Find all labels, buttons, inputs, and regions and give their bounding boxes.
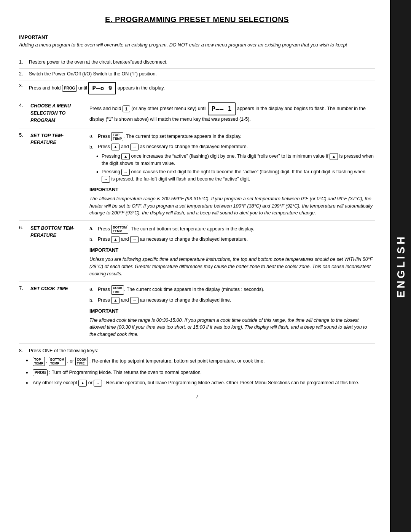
step-4-num: 4. xyxy=(19,99,30,128)
step-5-title: SET TOP TEM-PERATURE xyxy=(30,128,89,220)
step-7a: a. Press COOKTIME. The current cook time… xyxy=(89,285,375,294)
step-8-bullet-3: • Any other key except ▲ or → : Resume o… xyxy=(26,379,375,387)
right-arrow-8: → xyxy=(94,380,102,387)
step-6b: b. Press ▲ and → as necessary to change … xyxy=(89,236,375,243)
step-7-important-text: The allowed cook time range is 00:30-15:… xyxy=(89,317,375,338)
step-7b-label: b. xyxy=(89,297,98,304)
step-6b-text: Press ▲ and → as necessary to change the… xyxy=(98,236,375,243)
step-7a-text: Press COOKTIME. The current cook time ap… xyxy=(98,285,375,294)
step-7-important-label: IMPORTANT xyxy=(89,307,375,315)
step-4-title: CHOOSE A MENUSELECTION TOPROGRAM xyxy=(30,99,89,128)
step-6-important-label: IMPORTANT xyxy=(89,246,375,254)
step-5-important-label: IMPORTANT xyxy=(89,186,375,194)
pro9-display: P–o 9 xyxy=(88,82,116,95)
step-7-content: a. Press COOKTIME. The current cook time… xyxy=(89,281,375,342)
up-arrow-inline2: ▲ xyxy=(330,153,338,160)
step-2-text: Switch the Power On/Off (I/O) Switch to … xyxy=(29,70,375,78)
right-arrow-key-6b: → xyxy=(130,236,139,243)
step-3-row: 3. Press and hold PROG until P–o 9 appea… xyxy=(19,82,375,95)
step-8-bullets: • TOPTEMP , BOTTOMTEMP , or COOKTIME : R… xyxy=(26,357,375,387)
step-1-num: 1. xyxy=(19,58,29,66)
bullet-content-8-2: PROG : Turn off Programming Mode. This r… xyxy=(33,369,375,376)
step-6-row: 6. SET BOTTOM TEM-PERATURE a. Press BOTT… xyxy=(19,221,375,281)
step-3-text: Press and hold PROG until P–o 9 appears … xyxy=(29,82,375,95)
main-content: E. PROGRAMMING PRESET MENU SELECTIONS IM… xyxy=(0,0,391,532)
step-6-important: IMPORTANT Unless you are following speci… xyxy=(89,246,375,277)
bottom-temp-key-8: BOTTOMTEMP xyxy=(49,357,66,366)
bullet-dot-2: • xyxy=(96,168,102,176)
right-arrow-key-5b: → xyxy=(130,144,139,150)
up-arrow-8: ▲ xyxy=(78,380,87,387)
step-2-row: 2. Switch the Power On/Off (I/O) Switch … xyxy=(19,70,375,78)
bullet-dot-8-1: • xyxy=(26,357,33,364)
page-title: E. PROGRAMMING PRESET MENU SELECTIONS xyxy=(19,15,375,24)
step-5b-text: Press ▲ and → as necessary to change the… xyxy=(98,143,375,150)
step-8-num: 8. xyxy=(19,347,29,355)
page-wrapper: E. PROGRAMMING PRESET MENU SELECTIONS IM… xyxy=(0,0,411,532)
step-6-title: SET BOTTOM TEM-PERATURE xyxy=(30,221,89,281)
top-temp-key-8: TOPTEMP xyxy=(33,357,45,366)
bullet-dot-1: • xyxy=(96,153,102,160)
step-5-bullet2: • Pressing → once causes the next digit … xyxy=(96,168,375,183)
step-8-bullet-1: • TOPTEMP , BOTTOMTEMP , or COOKTIME : R… xyxy=(26,357,375,366)
step-1-row: 1. Restore power to the oven at the circ… xyxy=(19,58,375,66)
important-top-text: Adding a menu program to the oven will o… xyxy=(19,42,375,49)
step-5-num: 5. xyxy=(19,128,30,220)
sidebar: ENGLISH xyxy=(391,0,411,532)
step-4-content: Press and hold 1 (or any other preset me… xyxy=(89,99,375,128)
up-arrow-key-6b: ▲ xyxy=(111,236,119,243)
step-6-num: 6. xyxy=(19,221,30,281)
step-5a: a. Press TOPTEMP. The current top set te… xyxy=(89,132,375,141)
step-7b-text: Press ▲ and → as necessary to change the… xyxy=(98,297,375,304)
step-7-num: 7. xyxy=(19,281,30,342)
bullet-text-1: Pressing ▲ once increases the “active” (… xyxy=(102,153,375,167)
step-5b-label: b. xyxy=(89,143,98,151)
steps-table: 4. CHOOSE A MENUSELECTION TOPROGRAM Pres… xyxy=(19,99,375,342)
up-arrow-key-7b: ▲ xyxy=(111,297,119,304)
page-number: 7 xyxy=(19,394,375,399)
important-top-box: IMPORTANT Adding a menu program to the o… xyxy=(19,31,375,52)
step-3-num: 3. xyxy=(19,82,29,89)
step-1-text: Restore power to the oven at the circuit… xyxy=(29,58,375,66)
important-top-label: IMPORTANT xyxy=(19,34,375,40)
up-arrow-key-5b: ▲ xyxy=(111,144,119,150)
bullet-text-2: Pressing → once causes the next digit to… xyxy=(102,168,375,183)
step-7-important: IMPORTANT The allowed cook time range is… xyxy=(89,307,375,338)
step-5-bullet1: • Pressing ▲ once increases the “active”… xyxy=(96,153,375,167)
key-1: 1 xyxy=(123,105,130,112)
step-5a-text: Press TOPTEMP. The current top set tempe… xyxy=(98,132,375,141)
bullet-content-8-1: TOPTEMP , BOTTOMTEMP , or COOKTIME : Re-… xyxy=(33,357,375,366)
step-7-title: SET COOK TIME xyxy=(30,281,89,342)
step-5-content: a. Press TOPTEMP. The current top set te… xyxy=(89,128,375,220)
right-arrow-key-7b: → xyxy=(130,297,139,304)
step-7a-label: a. xyxy=(89,285,98,293)
step-6-content: a. Press BOTTOMTEMP. The current bottom … xyxy=(89,221,375,281)
step-6-important-text: Unless you are following specific time a… xyxy=(89,256,375,277)
step-6a-label: a. xyxy=(89,225,98,232)
bullet-content-8-3: Any other key except ▲ or → : Resume ope… xyxy=(33,379,375,387)
step-6b-label: b. xyxy=(89,236,98,243)
top-temp-key: TOPTEMP xyxy=(111,132,123,141)
step-8-header: 8. Press ONE of the following keys: xyxy=(19,347,375,355)
bullet-dot-8-3: • xyxy=(26,379,33,387)
step-8-text: Press ONE of the following keys: xyxy=(29,347,375,355)
right-arrow-inline2: → xyxy=(102,176,110,183)
prog-key-8: PROG xyxy=(33,369,48,376)
bottom-temp-key: BOTTOMTEMP xyxy=(111,225,128,234)
step-6a: a. Press BOTTOMTEMP. The current bottom … xyxy=(89,225,375,234)
sidebar-text: ENGLISH xyxy=(395,234,407,297)
up-arrow-inline1: ▲ xyxy=(121,153,130,160)
step-8-bullet-2: • PROG : Turn off Programming Mode. This… xyxy=(26,369,375,376)
step-5-important: IMPORTANT The allowed temperature range … xyxy=(89,186,375,217)
step-5-row: 5. SET TOP TEM-PERATURE a. Press TOPTEMP… xyxy=(19,128,375,220)
p-dash-display: P–– 1 xyxy=(208,102,236,115)
cook-time-key-8: COOKTIME xyxy=(75,357,88,366)
step-5a-label: a. xyxy=(89,132,98,140)
step-7-row: 7. SET COOK TIME a. Press COOKTIME. The … xyxy=(19,281,375,342)
step-6a-text: Press BOTTOMTEMP. The current bottom set… xyxy=(98,225,375,234)
step-2-num: 2. xyxy=(19,70,29,78)
bullet-dot-8-2: • xyxy=(26,369,33,376)
right-arrow-inline1: → xyxy=(121,169,130,176)
prog-key: PROG xyxy=(62,85,77,92)
step-5-important-text: The allowed temperature range is 200-599… xyxy=(89,195,375,217)
